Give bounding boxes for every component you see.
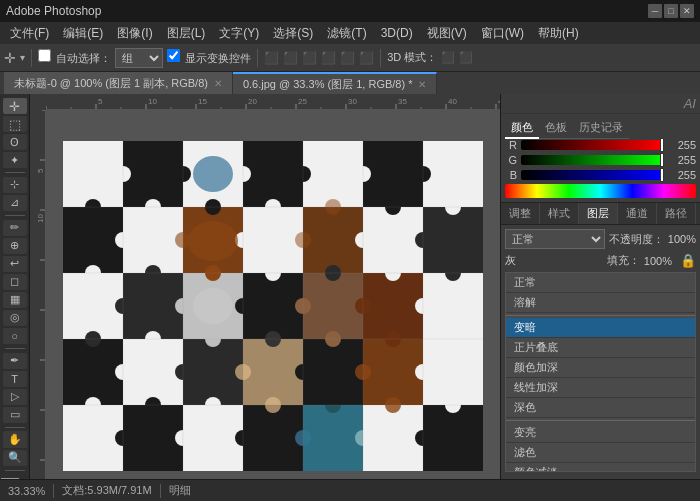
r-slider-track[interactable] xyxy=(521,140,664,150)
tab-swatches[interactable]: 色板 xyxy=(539,118,573,139)
blend-dark-color[interactable]: 深色 xyxy=(506,398,695,418)
b-slider-thumb[interactable] xyxy=(660,168,664,182)
auto-select-checkbox[interactable] xyxy=(38,49,51,62)
blur-tool[interactable]: ◎ xyxy=(3,310,27,326)
menu-edit[interactable]: 编辑(E) xyxy=(57,23,109,44)
show-controls-checkbox[interactable] xyxy=(167,49,180,62)
tab-paths[interactable]: 路径 xyxy=(657,203,696,224)
color-spectrum[interactable] xyxy=(505,184,696,198)
r-slider-thumb[interactable] xyxy=(660,138,664,152)
move-tool[interactable]: ✛ xyxy=(3,98,27,114)
ruler-vertical: 5 10 xyxy=(30,110,46,501)
menu-file[interactable]: 文件(F) xyxy=(4,23,55,44)
tab-history[interactable]: 历史记录 xyxy=(573,118,629,139)
selection-tool[interactable]: ⬚ xyxy=(3,116,27,132)
brush-tool[interactable]: ✏ xyxy=(3,220,27,236)
blend-normal[interactable]: 正常 xyxy=(506,273,695,293)
blend-darken[interactable]: 变暗 xyxy=(506,318,695,338)
blend-lighten[interactable]: 变亮 xyxy=(506,423,695,443)
blend-screen[interactable]: 滤色 xyxy=(506,443,695,463)
blend-color-burn[interactable]: 颜色加深 xyxy=(506,358,695,378)
tab-channels[interactable]: 通道 xyxy=(618,203,657,224)
menu-select[interactable]: 选择(S) xyxy=(267,23,319,44)
align-left-icon[interactable]: ⬛ xyxy=(264,51,279,65)
canvas-wrapper[interactable] xyxy=(46,110,500,501)
lasso-tool[interactable]: ʘ xyxy=(3,134,27,150)
history-brush[interactable]: ↩ xyxy=(3,256,27,272)
ruler-horizontal: .rt{fill:#888;font-size:8px;} 5 10 15 20… xyxy=(46,94,500,110)
svg-rect-45 xyxy=(363,141,423,207)
toolbox: ✛ ⬚ ʘ ✦ ⊹ ⊿ ✏ ⊕ ↩ ◻ ▦ ◎ ○ ✒ T ▷ ▭ ✋ 🔍 xyxy=(0,94,30,501)
tab-layers[interactable]: 图层 xyxy=(579,203,618,224)
doc-tab-2[interactable]: 0.6.jpg @ 33.3% (图层 1, RGB/8) * ✕ xyxy=(233,72,438,94)
toolbar-sep3 xyxy=(380,49,381,67)
svg-rect-61 xyxy=(63,339,123,405)
puzzle-image[interactable] xyxy=(63,141,483,471)
toolbar-arrow[interactable]: ▾ xyxy=(20,52,25,63)
doc-tab-1[interactable]: 未标题-0 @ 100% (图层 1 副本, RGB/8) ✕ xyxy=(4,72,233,94)
zoom-level: 33.33% xyxy=(8,485,45,497)
3d-icon1[interactable]: ⬛ xyxy=(441,51,455,64)
status-bar: 33.33% 文档:5.93M/7.91M 明细 xyxy=(0,479,700,501)
canvas-area[interactable]: .rt{fill:#888;font-size:8px;} 5 10 15 20… xyxy=(30,94,500,501)
tab-style[interactable]: 样式 xyxy=(540,203,579,224)
blend-linear-burn[interactable]: 线性加深 xyxy=(506,378,695,398)
gradient-tool[interactable]: ▦ xyxy=(3,292,27,308)
close-tab-icon[interactable]: ✕ xyxy=(214,78,222,89)
close-button[interactable]: ✕ xyxy=(680,4,694,18)
menu-filter[interactable]: 滤镜(T) xyxy=(321,23,372,44)
eraser-tool[interactable]: ◻ xyxy=(3,274,27,290)
svg-rect-74 xyxy=(423,405,483,471)
align-bottom-icon[interactable]: ⬛ xyxy=(359,51,374,65)
lock-icon[interactable]: 🔒 xyxy=(680,253,696,268)
svg-rect-65 xyxy=(303,339,363,405)
menu-view[interactable]: 视图(V) xyxy=(421,23,473,44)
layers-panel: 调整 样式 图层 通道 路径 正常 不透明度： 100% 灰 填充： xyxy=(501,203,700,501)
b-slider-track[interactable] xyxy=(521,170,664,180)
g-slider-track[interactable] xyxy=(521,155,664,165)
close-tab2-icon[interactable]: ✕ xyxy=(418,79,426,90)
blend-dissolve[interactable]: 溶解 xyxy=(506,293,695,313)
zoom-tool[interactable]: 🔍 xyxy=(3,450,27,466)
blend-multiply[interactable]: 正片叠底 xyxy=(506,338,695,358)
svg-rect-51 xyxy=(303,207,363,273)
text-tool[interactable]: T xyxy=(3,371,27,387)
tool-sep5 xyxy=(5,470,25,471)
g-slider-thumb[interactable] xyxy=(660,153,664,167)
maximize-button[interactable]: □ xyxy=(664,4,678,18)
dodge-tool[interactable]: ○ xyxy=(3,328,27,344)
crop-tool[interactable]: ⊹ xyxy=(3,177,27,193)
svg-rect-57 xyxy=(243,273,303,339)
3d-icon2[interactable]: ⬛ xyxy=(459,51,473,64)
menu-layer[interactable]: 图层(L) xyxy=(161,23,212,44)
svg-text:30: 30 xyxy=(348,97,357,106)
pen-tool[interactable]: ✒ xyxy=(3,353,27,369)
menu-help[interactable]: 帮助(H) xyxy=(532,23,585,44)
move-tool-icon[interactable]: ✛ xyxy=(4,50,16,66)
g-label: G xyxy=(505,154,517,166)
hand-tool[interactable]: ✋ xyxy=(3,431,27,447)
clone-tool[interactable]: ⊕ xyxy=(3,238,27,254)
align-top-icon[interactable]: ⬛ xyxy=(321,51,336,65)
svg-text:35: 35 xyxy=(398,97,407,106)
align-center-icon[interactable]: ⬛ xyxy=(283,51,298,65)
auto-select-dropdown[interactable]: 组 图层 xyxy=(115,48,163,68)
menu-image[interactable]: 图像(I) xyxy=(111,23,158,44)
menu-window[interactable]: 窗口(W) xyxy=(475,23,530,44)
eyedropper-tool[interactable]: ⊿ xyxy=(3,195,27,211)
blend-mode-list[interactable]: 正常 溶解 变暗 正片叠底 颜色加深 线性加深 深色 变亮 滤色 颜色减淡 线性… xyxy=(505,272,696,472)
wand-tool[interactable]: ✦ xyxy=(3,152,27,168)
blend-mode-select[interactable]: 正常 xyxy=(505,229,605,249)
svg-rect-68 xyxy=(63,405,123,471)
minimize-button[interactable]: ─ xyxy=(648,4,662,18)
blend-sep2 xyxy=(506,420,695,421)
path-tool[interactable]: ▷ xyxy=(3,389,27,405)
align-middle-icon[interactable]: ⬛ xyxy=(340,51,355,65)
menu-3d[interactable]: 3D(D) xyxy=(375,24,419,42)
align-right-icon[interactable]: ⬛ xyxy=(302,51,317,65)
blend-color-dodge[interactable]: 颜色减淡 xyxy=(506,463,695,472)
shape-tool[interactable]: ▭ xyxy=(3,407,27,423)
tab-adjust[interactable]: 调整 xyxy=(501,203,540,224)
tab-color[interactable]: 颜色 xyxy=(505,118,539,139)
menu-text[interactable]: 文字(Y) xyxy=(213,23,265,44)
